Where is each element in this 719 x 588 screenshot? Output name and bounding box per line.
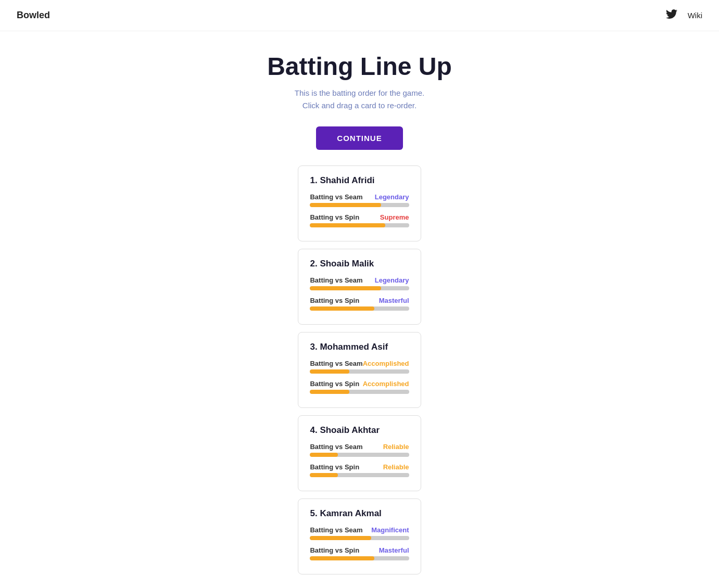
player-name: 2. Shoaib Malik [310,259,409,269]
navbar: Bowled Wiki [0,0,719,31]
spin-rating: Reliable [383,463,409,471]
spin-label: Batting vs Spin [310,380,359,388]
player-list: 1. Shahid Afridi Batting vs Seam Legenda… [298,165,421,582]
spin-label: Batting vs Spin [310,213,359,221]
player-card[interactable]: 2. Shoaib Malik Batting vs Seam Legendar… [298,249,421,325]
seam-progress-fill [310,369,349,374]
seam-stat-row: Batting vs Seam Legendary [310,276,409,284]
spin-progress-fill [310,223,385,227]
player-name: 5. Kamran Akmal [310,508,409,519]
spin-label: Batting vs Spin [310,463,359,471]
subtitle: This is the batting order for the game. … [295,87,424,112]
seam-stat-row: Batting vs Seam Magnificent [310,526,409,534]
seam-label: Batting vs Seam [310,443,362,451]
spin-stat-row: Batting vs Spin Accomplished [310,380,409,388]
seam-stat-row: Batting vs Seam Reliable [310,443,409,451]
page-title: Batting Line Up [267,52,452,81]
spin-progress-fill [310,473,337,477]
spin-progress-bar [310,556,409,560]
seam-rating: Reliable [383,443,409,451]
spin-progress-bar [310,306,409,311]
spin-rating: Supreme [380,213,409,221]
page-content: Batting Line Up This is the batting orde… [162,31,558,588]
seam-stat-row: Batting vs Seam Legendary [310,193,409,201]
spin-stat-row: Batting vs Spin Supreme [310,213,409,221]
seam-progress-bar [310,369,409,374]
spin-label: Batting vs Spin [310,546,359,554]
player-name: 4. Shoaib Akhtar [310,425,409,436]
seam-stat-row: Batting vs Seam Accomplished [310,360,409,367]
player-card[interactable]: 4. Shoaib Akhtar Batting vs Seam Reliabl… [298,415,421,491]
seam-progress-fill [310,453,337,457]
seam-label: Batting vs Seam [310,360,362,367]
continue-button[interactable]: CONTINUE [316,126,402,150]
player-name: 3. Mohammed Asif [310,342,409,352]
spin-stat-row: Batting vs Spin Masterful [310,297,409,304]
player-name: 1. Shahid Afridi [310,175,409,186]
seam-label: Batting vs Seam [310,526,362,534]
seam-progress-bar [310,286,409,290]
seam-rating: Legendary [375,276,409,284]
spin-progress-bar [310,390,409,394]
spin-progress-fill [310,390,349,394]
spin-rating: Masterful [379,297,409,304]
subtitle-line2: Click and drag a card to re-order. [302,101,417,110]
player-card[interactable]: 3. Mohammed Asif Batting vs Seam Accompl… [298,332,421,408]
seam-progress-bar [310,536,409,540]
spin-progress-fill [310,556,374,560]
spin-rating: Masterful [379,546,409,554]
logo: Bowled [17,10,50,21]
seam-label: Batting vs Seam [310,276,362,284]
spin-stat-row: Batting vs Spin Masterful [310,546,409,554]
spin-rating: Accomplished [363,380,409,388]
seam-progress-fill [310,203,381,207]
seam-progress-fill [310,286,381,290]
spin-progress-bar [310,223,409,227]
twitter-icon[interactable] [666,8,677,22]
seam-rating: Accomplished [363,360,409,367]
spin-progress-bar [310,473,409,477]
subtitle-line1: This is the batting order for the game. [295,88,424,97]
spin-label: Batting vs Spin [310,297,359,304]
player-card[interactable]: 1. Shahid Afridi Batting vs Seam Legenda… [298,165,421,241]
spin-stat-row: Batting vs Spin Reliable [310,463,409,471]
seam-rating: Magnificent [371,526,409,534]
seam-progress-bar [310,203,409,207]
seam-progress-bar [310,453,409,457]
spin-progress-fill [310,306,374,311]
wiki-link[interactable]: Wiki [688,11,702,20]
player-card[interactable]: 5. Kamran Akmal Batting vs Seam Magnific… [298,498,421,574]
seam-progress-fill [310,536,371,540]
nav-right: Wiki [666,8,702,22]
seam-rating: Legendary [375,193,409,201]
seam-label: Batting vs Seam [310,193,362,201]
